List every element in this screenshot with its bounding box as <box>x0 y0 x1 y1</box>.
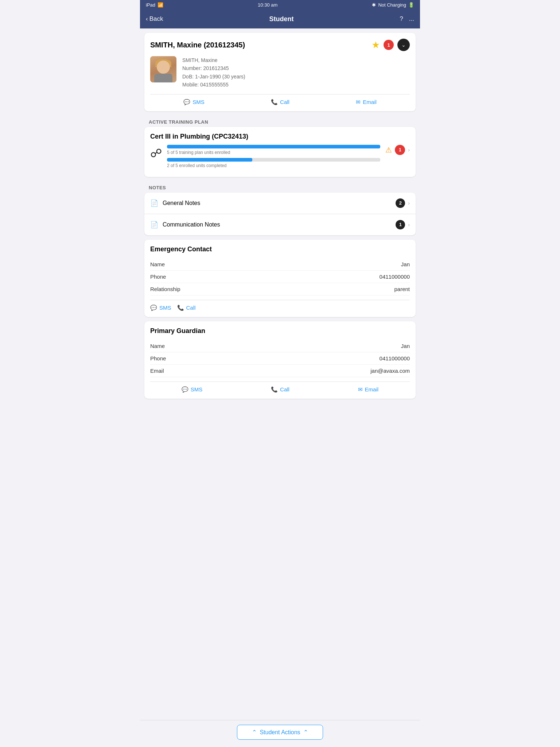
training-details: 5 of 5 training plan units enrolled 2 of… <box>167 145 380 171</box>
pg-email-row: Email jan@avaxa.com <box>150 365 410 377</box>
ec-call-button[interactable]: 📞 Call <box>177 305 196 311</box>
status-bar: iPad 📶 10:30 am ✱ Not Charging 🔋 <box>140 0 420 9</box>
pg-email-label: Email <box>150 368 164 374</box>
alert-badge: 1 <box>395 145 405 155</box>
enrolled-progress-label: 5 of 5 training plan units enrolled <box>167 150 380 155</box>
training-body: ☍ 5 of 5 training plan units enrolled 2 … <box>150 145 410 171</box>
communication-notes-label: Communication Notes <box>163 221 396 228</box>
pg-email-icon: ✉ <box>358 386 363 393</box>
page-title: Student <box>269 15 293 23</box>
call-label: Call <box>280 99 289 105</box>
ec-phone-label: Phone <box>150 274 166 280</box>
more-button[interactable]: ... <box>409 15 414 23</box>
ec-call-label: Call <box>186 305 196 311</box>
ec-sms-label: SMS <box>159 305 171 311</box>
pg-call-button[interactable]: 📞 Call <box>271 386 289 393</box>
notes-list: 📄 General Notes 2 › 📄 Communication Note… <box>144 193 416 235</box>
student-details: SMITH, Maxine Number: 201612345 DoB: 1-J… <box>182 56 410 89</box>
ec-sms-icon: 💬 <box>150 305 157 311</box>
expand-button[interactable]: ⌄ <box>397 39 410 51</box>
not-charging-label: Not Charging <box>378 2 406 8</box>
training-alerts: ⚠ 1 › <box>385 145 410 155</box>
call-icon: 📞 <box>271 99 278 105</box>
student-header: SMITH, Maxine (201612345) ★ 1 ⌄ <box>150 39 410 51</box>
primary-guardian-title: Primary Guardian <box>150 327 410 335</box>
communication-notes-badge: 1 <box>396 220 405 229</box>
nav-bar: ‹ Back Student ? ... <box>140 9 420 28</box>
ec-relationship-label: Relationship <box>150 286 180 292</box>
sms-label: SMS <box>192 99 205 105</box>
general-notes-item[interactable]: 📄 General Notes 2 › <box>144 193 416 214</box>
communication-notes-item[interactable]: 📄 Communication Notes 1 › <box>144 214 416 235</box>
avatar <box>150 56 176 82</box>
back-button[interactable]: ‹ Back <box>146 15 163 23</box>
pg-call-icon: 📞 <box>271 386 278 393</box>
avatar-image <box>150 56 176 82</box>
emergency-contact-title: Emergency Contact <box>150 245 410 253</box>
primary-guardian-card: Primary Guardian Name Jan Phone 04110000… <box>144 321 416 399</box>
status-right: ✱ Not Charging 🔋 <box>372 2 414 8</box>
pg-phone-value: 0411000000 <box>380 355 410 361</box>
pg-sms-button[interactable]: 💬 SMS <box>182 386 203 393</box>
nav-actions: ? ... <box>400 15 414 23</box>
training-title: Cert III in Plumbing (CPC32413) <box>150 133 410 140</box>
ec-relationship-row: Relationship parent <box>150 283 410 295</box>
pg-email-label: Email <box>365 386 379 392</box>
star-icon[interactable]: ★ <box>372 39 380 51</box>
back-label: Back <box>149 15 163 23</box>
communication-notes-icon: 📄 <box>150 221 158 229</box>
student-call-button[interactable]: 📞 Call <box>271 99 289 105</box>
training-card[interactable]: Cert III in Plumbing (CPC32413) ☍ 5 of 5… <box>144 127 416 177</box>
detail-name: SMITH, Maxine <box>182 56 410 64</box>
training-plan-header: ACTIVE TRAINING PLAN <box>140 116 420 127</box>
completed-progress-fill <box>167 158 252 162</box>
ec-relationship-value: parent <box>394 286 410 292</box>
pg-name-value: Jan <box>401 343 410 349</box>
pg-phone-label: Phone <box>150 355 166 361</box>
ec-contact-buttons: 💬 SMS 📞 Call <box>150 300 410 311</box>
pg-sms-label: SMS <box>191 386 203 392</box>
pg-email-button[interactable]: ✉ Email <box>358 386 379 393</box>
communication-notes-chevron-icon: › <box>408 222 410 228</box>
detail-mobile: Mobile: 0415555555 <box>182 81 410 89</box>
ec-name-label: Name <box>150 261 165 267</box>
student-card: SMITH, Maxine (201612345) ★ 1 ⌄ SMITH, M… <box>144 33 416 111</box>
ec-sms-button[interactable]: 💬 SMS <box>150 305 171 311</box>
sms-icon: 💬 <box>183 99 190 105</box>
student-contact-buttons: 💬 SMS 📞 Call ✉ Email <box>150 94 410 105</box>
avatar-body <box>154 74 172 82</box>
completed-progress-label: 2 of 5 enrolled units completed <box>167 163 380 168</box>
general-notes-label: General Notes <box>163 200 396 206</box>
enrolled-progress-fill <box>167 145 380 148</box>
general-notes-chevron-icon: › <box>408 200 410 206</box>
student-sms-button[interactable]: 💬 SMS <box>183 99 205 105</box>
warning-icon: ⚠ <box>385 146 392 154</box>
email-icon: ✉ <box>356 99 361 105</box>
pg-call-label: Call <box>280 386 289 392</box>
help-button[interactable]: ? <box>400 15 403 23</box>
ec-name-value: Jan <box>401 261 410 267</box>
general-notes-icon: 📄 <box>150 199 158 207</box>
avatar-face <box>157 61 170 74</box>
bluetooth-icon: ✱ <box>372 2 376 8</box>
student-name: SMITH, Maxine (201612345) <box>150 41 245 49</box>
general-notes-badge: 2 <box>396 198 405 208</box>
training-icon: ☍ <box>150 146 162 160</box>
back-chevron-icon: ‹ <box>146 15 148 23</box>
student-info-row: SMITH, Maxine Number: 201612345 DoB: 1-J… <box>150 56 410 89</box>
detail-dob: DoB: 1-Jan-1990 (30 years) <box>182 73 410 81</box>
pg-contact-buttons: 💬 SMS 📞 Call ✉ Email <box>150 382 410 393</box>
training-chevron-icon: › <box>408 147 410 153</box>
pg-phone-row: Phone 0411000000 <box>150 352 410 365</box>
student-email-button[interactable]: ✉ Email <box>356 99 377 105</box>
detail-number: Number: 201612345 <box>182 64 410 72</box>
status-left: iPad 📶 <box>146 2 163 8</box>
pg-name-row: Name Jan <box>150 340 410 352</box>
pg-sms-icon: 💬 <box>182 386 188 393</box>
ec-call-icon: 📞 <box>177 305 184 311</box>
notes-header: NOTES <box>140 181 420 193</box>
ipad-label: iPad <box>146 2 155 8</box>
time-display: 10:30 am <box>258 2 277 8</box>
main-content: SMITH, Maxine (201612345) ★ 1 ⌄ SMITH, M… <box>140 28 420 432</box>
emergency-contact-card: Emergency Contact Name Jan Phone 0411000… <box>144 240 416 317</box>
